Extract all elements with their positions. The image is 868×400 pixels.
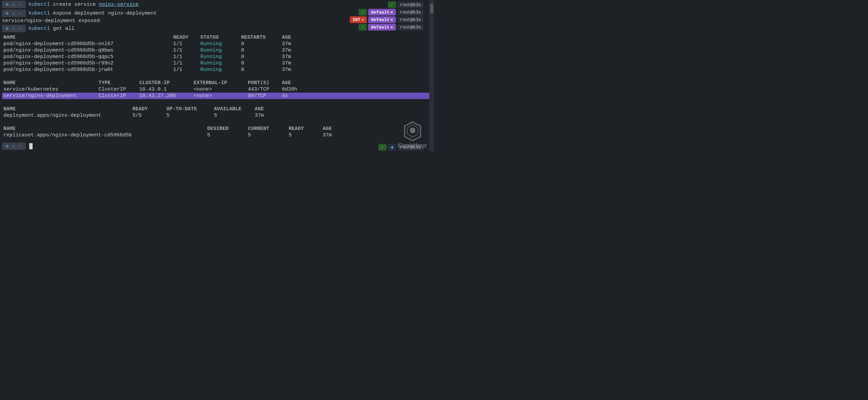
badge-row-4: ✓ default ✱ root@k3s: [350, 24, 424, 31]
prompt-2: ⚙ ⌂ ~: [2, 9, 26, 17]
watermark: GeekHour: [398, 121, 427, 149]
deploy-table-header: NAME READY UP-TO-DATE AVAILABLE AGE: [2, 106, 432, 112]
badge-default-4: default ✱: [368, 24, 396, 31]
terminal-cursor: [29, 143, 33, 149]
settings-icon-2: ⚙: [4, 10, 10, 16]
pods-table: NAME READY STATUS RESTARTS AGE pod/nginx…: [0, 33, 434, 74]
x-icon-3: ✕: [361, 17, 364, 22]
pods-col-restarts: RESTARTS: [240, 35, 281, 40]
tilde-icon-1: ~: [18, 1, 24, 7]
services-table-header: NAME TYPE CLUSTER-IP EXTERNAL-IP PORT(S)…: [2, 80, 432, 86]
pods-row-1: pod/nginx-deployment-cd5968d5b-q9bws 1/1…: [2, 47, 432, 54]
tilde-icon-bottom: ~: [18, 143, 24, 149]
gear-icon-4: ✱: [391, 24, 393, 30]
home-icon-2: ⌂: [11, 10, 17, 16]
svc-col-ports: PORT(S): [247, 80, 281, 86]
settings-icon-bottom: ⚙: [4, 143, 10, 149]
svc-col-type: TYPE: [97, 80, 138, 86]
svc-row-1: service/nginx-deployment ClusterIP 10.43…: [2, 93, 432, 99]
badge-check-4: ✓: [359, 24, 367, 31]
replica-table-header: NAME DESIRED CURRENT READY AGE: [2, 126, 432, 132]
svc-col-age: AGE: [281, 80, 308, 86]
cmd-text-3: kubectl get all: [29, 26, 74, 32]
pods-col-ready: READY: [172, 35, 199, 40]
replica-table: NAME DESIRED CURRENT READY AGE replicase…: [0, 120, 434, 140]
badge-host-4: root@k3s: [397, 24, 424, 31]
pods-col-status: STATUS: [199, 35, 240, 40]
home-icon-3: ⌂: [11, 25, 17, 32]
badge-host-1: root@k3s: [397, 2, 424, 8]
badge-row-3: INT ✕ default ✱ root@k3s: [350, 16, 424, 23]
cmd-text-2: kubectl expose deployment nginx-deployme…: [29, 11, 157, 16]
gear-icon-2: ✱: [391, 9, 393, 15]
bottom-cmd-row: ⚙ ⌂ ~ ✓ ◀ root@k3s: [0, 141, 434, 151]
settings-icon-1: ⚙: [4, 1, 10, 7]
prompt-3: ⚙ ⌂ ~: [2, 25, 26, 32]
pods-table-header: NAME READY STATUS RESTARTS AGE: [2, 34, 432, 41]
replica-row-0: replicaset.apps/nginx-deployment-cd5968d…: [2, 132, 432, 138]
terminal-window: ✓ root@k3s ✓ default ✱ root@k3s INT ✕: [0, 0, 434, 151]
scrollbar-thumb[interactable]: [430, 3, 433, 14]
home-icon-bottom: ⌂: [11, 143, 17, 149]
prompt-1: ⚙ ⌂ ~: [2, 1, 26, 8]
scrollbar[interactable]: [429, 0, 434, 151]
tilde-icon-3: ~: [18, 25, 24, 32]
pods-row-2: pod/nginx-deployment-cd5968d5b-qqpc5 1/1…: [2, 54, 432, 60]
badge-host-2: root@k3s: [397, 9, 424, 16]
bottom-badge-chevron: ◀: [388, 144, 396, 151]
geek-hour-logo: [402, 121, 423, 141]
check-icon-1: ✓: [391, 2, 393, 7]
badge-default-3: default ✱: [368, 16, 396, 23]
home-icon-1: ⌂: [11, 1, 17, 7]
settings-icon-3: ⚙: [4, 25, 10, 32]
svc-col-external-ip: EXTERNAL-IP: [192, 80, 247, 86]
badge-check-2: ✓: [359, 9, 367, 16]
badge-int-3: INT ✕: [350, 16, 367, 23]
badge-host-3: root@k3s: [397, 17, 424, 23]
pods-row-4: pod/nginx-deployment-cd5968d5b-jrw8t 1/1…: [2, 66, 432, 73]
badge-row-2: ✓ default ✱ root@k3s: [350, 9, 424, 16]
pods-col-name: NAME: [2, 35, 172, 40]
deploy-row-0: deployment.apps/nginx-deployment 5/5 5 5…: [2, 112, 432, 119]
badge-default-2: default ✱: [368, 9, 396, 16]
deploy-table: NAME READY UP-TO-DATE AVAILABLE AGE depl…: [0, 100, 434, 120]
gear-icon-3: ✱: [391, 17, 393, 22]
tilde-icon-2: ~: [18, 10, 24, 16]
badges-container: ✓ root@k3s ✓ default ✱ root@k3s INT ✕: [350, 0, 424, 31]
check-icon-4: ✓: [361, 24, 364, 30]
bottom-badge-check: ✓: [378, 144, 386, 151]
svc-col-cluster-ip: CLUSTER-IP: [138, 80, 192, 86]
svc-col-name: NAME: [2, 80, 97, 86]
cmd-text-1: kubectl create service nginx-service: [29, 2, 139, 7]
pods-row-0: pod/nginx-deployment-cd5968d5b-nnl67 1/1…: [2, 41, 432, 47]
svc-row-0: service/kubernetes ClusterIP 10.43.0.1 <…: [2, 86, 432, 93]
svg-marker-2: [410, 127, 415, 133]
pods-col-age: AGE: [281, 35, 308, 40]
prompt-bottom: ⚙ ⌂ ~: [2, 142, 26, 150]
badge-check-1: ✓: [388, 1, 396, 8]
watermark-text: GeekHour: [398, 142, 427, 149]
pods-row-3: pod/nginx-deployment-cd5968d5b-r99n2 1/1…: [2, 60, 432, 66]
badge-row-1: ✓ root@k3s: [350, 1, 424, 8]
services-table: NAME TYPE CLUSTER-IP EXTERNAL-IP PORT(S)…: [0, 74, 434, 100]
check-icon-2: ✓: [361, 9, 364, 15]
